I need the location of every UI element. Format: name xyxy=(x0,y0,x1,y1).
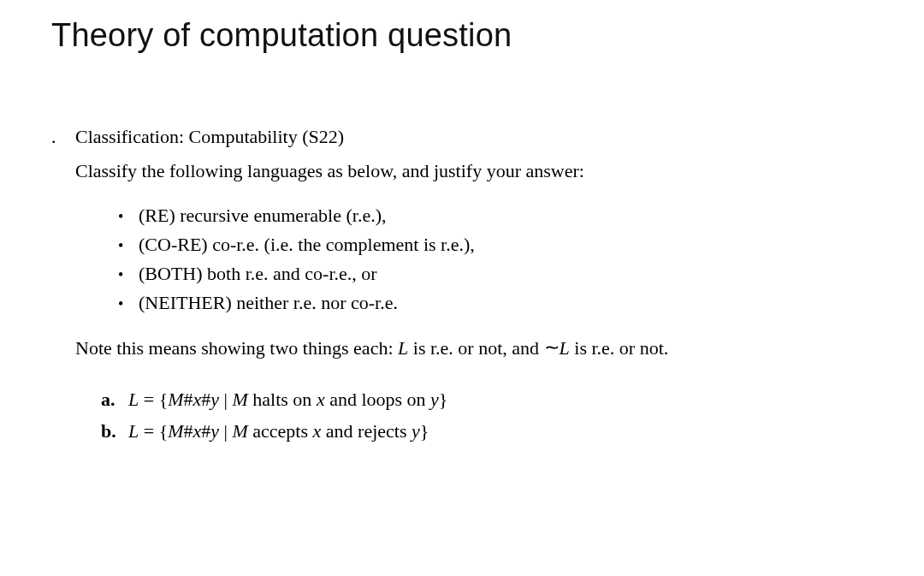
bullet-text: (NEITHER) neither r.e. nor co-r.e. xyxy=(139,288,398,318)
hash-icon: # xyxy=(201,420,210,442)
hash-icon: # xyxy=(184,420,193,442)
math-var-y: y xyxy=(430,389,439,410)
math-var-x: x xyxy=(193,389,202,410)
note-text: Note this means showing two things each:… xyxy=(75,334,873,363)
item-expr: L = {M#x#y | M halts on x and loops on y… xyxy=(128,383,447,415)
math-var-l: L xyxy=(128,420,139,442)
bullet-icon: • xyxy=(118,205,139,229)
math-var-x: x xyxy=(317,389,325,410)
math-var-l: L xyxy=(128,389,139,410)
body-text: and rejects xyxy=(321,420,412,442)
classification-text: Classification: Computability (S22) xyxy=(75,122,344,151)
leading-dot-icon: . xyxy=(51,122,75,151)
note-mid1: is r.e. or not, and xyxy=(408,337,543,359)
close-brace: } xyxy=(420,420,429,442)
math-var-m: M xyxy=(168,389,183,410)
math-var-l: L xyxy=(398,337,408,359)
bullet-text: (CO-RE) co-r.e. (i.e. the complement is … xyxy=(139,230,475,259)
sub-item-b: b. L = {M#x#y | M accepts x and rejects … xyxy=(101,415,873,447)
list-item: • (CO-RE) co-r.e. (i.e. the complement i… xyxy=(118,230,873,259)
note-mid2: is r.e. or not. xyxy=(570,337,669,359)
list-item: • (RE) recursive enumerable (r.e.), xyxy=(118,201,873,230)
body-text: halts on xyxy=(248,389,317,410)
math-var-y: y xyxy=(210,420,219,442)
sub-item-a: a. L = {M#x#y | M halts on x and loops o… xyxy=(101,383,873,415)
bullet-icon: • xyxy=(118,235,139,258)
hash-icon: # xyxy=(201,389,210,410)
item-label: b. xyxy=(101,415,128,447)
body-text: and loops on xyxy=(325,389,430,410)
page-title: Theory of computation question xyxy=(51,17,873,54)
bullet-list: • (RE) recursive enumerable (r.e.), • (C… xyxy=(118,201,873,318)
negation-icon: ∼ xyxy=(544,336,560,358)
list-item: • (NEITHER) neither r.e. nor co-r.e. xyxy=(118,288,873,318)
instruction-text: Classify the following languages as belo… xyxy=(75,157,873,186)
math-var-x: x xyxy=(313,420,322,442)
math-var-y: y xyxy=(210,389,219,410)
math-var-m: M xyxy=(232,389,247,410)
math-var-m: M xyxy=(168,420,183,442)
math-var-y: y xyxy=(412,420,420,442)
bullet-text: (BOTH) both r.e. and co-r.e., or xyxy=(139,259,377,288)
classification-line: . Classification: Computability (S22) xyxy=(51,122,873,151)
hash-icon: # xyxy=(184,389,193,410)
eq-text: = { xyxy=(139,389,168,410)
bullet-icon: • xyxy=(118,264,139,288)
sep-text: | xyxy=(219,389,232,410)
body-text: accepts xyxy=(248,420,313,442)
list-item: • (BOTH) both r.e. and co-r.e., or xyxy=(118,259,873,288)
bullet-text: (RE) recursive enumerable (r.e.), xyxy=(139,201,387,230)
math-var-l: L xyxy=(560,337,570,359)
math-var-m: M xyxy=(232,420,247,442)
item-label: a. xyxy=(101,383,128,415)
close-brace: } xyxy=(439,389,448,410)
item-expr: L = {M#x#y | M accepts x and rejects y} xyxy=(128,415,429,447)
sub-items: a. L = {M#x#y | M halts on x and loops o… xyxy=(101,383,873,448)
math-var-x: x xyxy=(193,420,202,442)
sep-text: | xyxy=(219,420,232,442)
bullet-icon: • xyxy=(118,293,139,317)
eq-text: = { xyxy=(139,420,168,442)
problem-block: . Classification: Computability (S22) Cl… xyxy=(51,122,873,447)
note-pre: Note this means showing two things each: xyxy=(75,337,398,359)
